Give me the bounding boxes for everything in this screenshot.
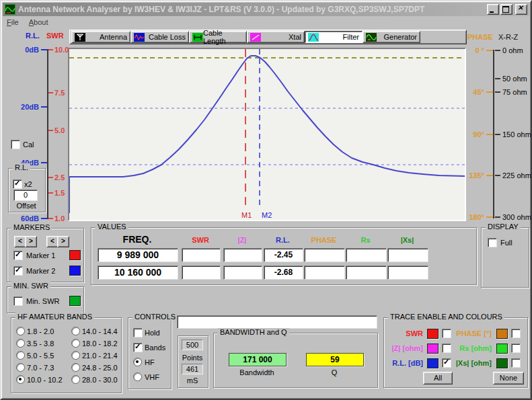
band-radio-7-0-7-3[interactable] [16, 363, 25, 372]
values-cell-xs-row2 [387, 266, 428, 280]
rl-offset-group: R.L. x2 0 Offset [8, 168, 46, 212]
trace-colour-swatch-phase[interactable] [496, 329, 508, 339]
trace-label-swr: SWR [384, 329, 423, 337]
band-radio-5-0-5-5[interactable] [16, 351, 25, 360]
minimize-button[interactable] [487, 4, 499, 15]
values-header-phase: PHASE [304, 236, 344, 244]
toolbar-button-cable-loss[interactable]: Cable Loss [130, 31, 189, 43]
marker-step-forward-button-1[interactable]: > [25, 236, 37, 247]
marker-2-colour-swatch[interactable] [69, 266, 81, 276]
swr-tick-label: 1.0 [54, 214, 65, 223]
markers-caption: MARKERS [11, 223, 52, 231]
band-radio-28-0-30-0[interactable] [71, 375, 80, 384]
menu-bar: File About [4, 18, 48, 28]
menu-item-about[interactable]: About [29, 18, 48, 28]
q-label: Q [306, 368, 363, 376]
app-window: Antenna Network Analyser by IW3HEV & IW3… [0, 0, 532, 400]
trace-colour-swatch-xs-ohm[interactable] [496, 358, 508, 368]
values-cell-phase-row2 [304, 266, 345, 280]
ohm-tick-label: 225 ohm [502, 171, 531, 179]
generator-icon [366, 33, 377, 42]
values-header-freq: FREQ. [98, 234, 177, 245]
menu-item-file[interactable]: File [7, 18, 19, 28]
hf-bands-caption: HF AMATEUR BANDS [15, 313, 94, 321]
rl-db-tick [41, 218, 47, 219]
marker-1-colour-swatch[interactable] [69, 250, 81, 260]
toolbar-button-antenna[interactable]: Antenna [71, 31, 130, 43]
band-radio-18-0-18-2[interactable] [71, 339, 80, 348]
values-cell-swr-row2 [182, 266, 221, 280]
min-swr-checkbox[interactable] [13, 296, 23, 306]
trace-label-rs-ohm: Rs [ohm] [449, 344, 492, 352]
display-group: DISPLAY Full [481, 227, 529, 288]
swr-tick-label: 1.5 [54, 189, 65, 197]
q-value: 59 [306, 353, 364, 366]
bands-checkbox[interactable] [133, 343, 143, 352]
rl-db-tick [41, 49, 47, 50]
trace-colour-swatch-swr[interactable] [427, 329, 439, 339]
trace-enable-checkbox-phase[interactable] [511, 329, 521, 338]
values-header-xs: |Xs| [387, 236, 427, 244]
band-radio-21-0-21-4[interactable] [71, 351, 80, 360]
ms-label: mS [178, 376, 206, 385]
band-radio-3-5-3-8[interactable] [16, 339, 25, 348]
ms-value: 461 [182, 364, 203, 374]
trace-enable-checkbox-rs-ohm[interactable] [511, 344, 521, 353]
display-caption: DISPLAY [486, 223, 521, 231]
maximize-button[interactable] [500, 4, 512, 15]
ohm-tick [495, 50, 500, 51]
cal-checkbox[interactable] [11, 140, 20, 149]
x2-checkbox[interactable] [13, 179, 22, 189]
full-checkbox[interactable] [488, 238, 497, 247]
ohm-tick [495, 134, 500, 135]
toolbar-button-filter[interactable]: Filter [305, 31, 363, 43]
rl-axis-title: R.L. [26, 32, 40, 40]
band-radio-10-0-10-2[interactable] [16, 375, 25, 384]
marker-step-forward-button-2[interactable]: > [57, 236, 69, 247]
offset-input[interactable]: 0 [13, 190, 38, 201]
min-swr-colour-swatch[interactable] [69, 296, 81, 306]
ohm-tick-label: 150 ohm [502, 130, 531, 138]
close-button[interactable] [515, 4, 527, 15]
antenna-icon [75, 33, 85, 42]
toolbar-button-cable-length[interactable]: Cable Length [189, 31, 247, 43]
values-cell-rs-row2 [346, 266, 387, 280]
rl-db-tick [41, 162, 47, 163]
bandwidth-label: Bandwidth [229, 368, 285, 376]
phase-tick [486, 175, 493, 176]
window-title: Antenna Network Analyser by IW3HEV & IW3… [18, 5, 486, 14]
phase-tick-label: 45° [465, 88, 484, 96]
trace-all-button[interactable]: All [423, 372, 453, 385]
trace-colour-swatch-r-l-db[interactable] [427, 358, 439, 368]
trace-label-xs-ohm: |Xs| [ohm] [449, 359, 492, 367]
band-radio-14-0-14-4[interactable] [71, 327, 80, 335]
vhf-radio[interactable] [133, 372, 142, 381]
values-cell-rl-row2: -2.68 [264, 266, 303, 280]
sweep-input[interactable] [177, 315, 377, 329]
ohm-tick-label: 75 ohm [502, 88, 527, 96]
band-radio-24-8-25-0[interactable] [71, 363, 80, 372]
cal-label: Cal [23, 141, 34, 149]
band-radio-1-8-2-0[interactable] [16, 327, 25, 335]
ohm-tick-label: 50 ohm [502, 75, 527, 83]
trace-group: TRACE ENABLE AND COLOURS All None SWRPHA… [383, 317, 528, 388]
values-cell-rl-row1: -2.45 [264, 248, 303, 262]
trace-enable-checkbox-xs-ohm[interactable] [511, 358, 521, 368]
values-caption: VALUES [96, 223, 128, 231]
band-label-5-0-5-5: 5.0 - 5.5 [27, 352, 54, 360]
trace-colour-swatch-rs-ohm[interactable] [496, 344, 508, 354]
marker-1-checkbox[interactable] [13, 251, 23, 260]
marker-2-checkbox[interactable] [13, 266, 23, 276]
trace-colour-swatch-z-ohm[interactable] [427, 344, 439, 354]
points-panel: 500 Points 461 mS [178, 335, 208, 388]
hf-radio[interactable] [133, 358, 142, 366]
trace-none-button[interactable]: None [493, 372, 524, 385]
swr-tick-label: 7.5 [54, 89, 65, 97]
hold-checkbox[interactable] [133, 328, 143, 337]
toolbar-button-xtal[interactable]: Xtal [247, 31, 305, 43]
trace-label-r-l-db: R.L. [dB] [384, 359, 423, 367]
toolbar-button-label: Generator [383, 33, 417, 41]
swr-tick [48, 92, 53, 93]
phase-tick [486, 91, 493, 93]
toolbar-button-generator[interactable]: Generator [363, 31, 420, 43]
